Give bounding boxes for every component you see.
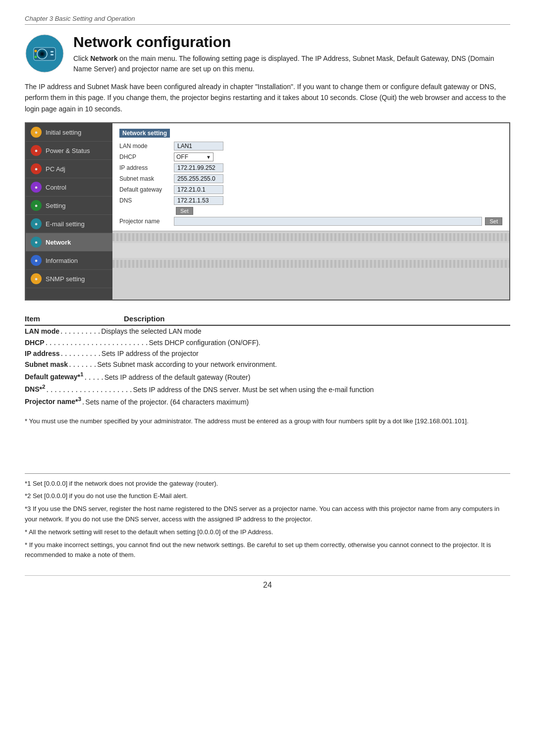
set-button[interactable]: Set — [176, 207, 193, 215]
description-note: * You must use the number specified by y… — [25, 416, 510, 427]
footnote-5: * If you make incorrect settings, you ca… — [25, 540, 510, 561]
title-text: Network configuration Click Network on t… — [73, 34, 510, 74]
sidebar-item-network[interactable]: ● Network — [26, 233, 112, 252]
footnote-section: *1 Set [0.0.0.0] if the network does not… — [25, 473, 510, 561]
email-icon: ● — [31, 218, 42, 229]
svg-point-4 — [41, 52, 44, 55]
table-row: Projector name*3.Sets name of the projec… — [25, 395, 510, 407]
footnote-4: * All the network setting will reset to … — [25, 527, 510, 538]
header-item: Item — [25, 312, 124, 325]
sidebar: ● Initial setting ● Power & Status ● PC … — [26, 123, 112, 300]
sidebar-item-control[interactable]: ● Control — [26, 178, 112, 197]
projector-name-set-button[interactable]: Set — [485, 217, 502, 225]
sidebar-label-information: Information — [46, 257, 78, 264]
lan-mode-label: LAN mode — [119, 143, 174, 150]
ip-address-row: IP address 172.21.99.252 — [119, 163, 502, 172]
table-row: DNS*2.....................Sets IP addres… — [25, 383, 510, 395]
main-content: Network setting LAN mode LAN1 DHCP OFF ▼… — [112, 123, 509, 300]
dns-row: DNS 172.21.1.53 — [119, 196, 502, 205]
default-gateway-row: Default gateway 172.21.0.1 — [119, 185, 502, 194]
dns-label: DNS — [119, 197, 174, 204]
description-table: Item Description LAN mode..........Displ… — [25, 312, 510, 407]
table-row: DHCP.........................Sets DHCP c… — [25, 337, 510, 348]
table-row: IP address..........Sets IP address of t… — [25, 348, 510, 359]
sidebar-label-snmp: SNMP setting — [46, 275, 85, 283]
svg-point-7 — [35, 50, 37, 52]
sidebar-item-pc-adj[interactable]: ● PC Adj — [26, 160, 112, 178]
sidebar-label-power: Power & Status — [46, 147, 90, 154]
network-icon: ● — [31, 237, 42, 248]
sidebar-item-snmp[interactable]: ● SNMP setting — [26, 270, 112, 288]
header-description: Description — [124, 312, 510, 325]
svg-rect-6 — [51, 54, 54, 55]
svg-rect-5 — [51, 51, 54, 52]
svg-point-8 — [35, 56, 37, 58]
page-number: 24 — [25, 575, 510, 590]
sidebar-item-setting[interactable]: ● Setting — [26, 197, 112, 215]
subnet-mask-label: Subnet mask — [119, 175, 174, 182]
title-section: Network configuration Click Network on t… — [25, 34, 510, 74]
pc-adj-icon: ● — [31, 163, 42, 174]
content-area-3 — [112, 270, 509, 300]
sidebar-label-setting: Setting — [46, 202, 65, 209]
sidebar-item-power-status[interactable]: ● Power & Status — [26, 142, 112, 160]
page-title: Network configuration — [73, 34, 510, 50]
gray-stripe-2 — [112, 260, 509, 268]
chapter-header: Chapter 3 Basic Setting and Operation — [25, 15, 510, 25]
projector-name-row: Projector name Set — [119, 217, 502, 226]
dhcp-row: DHCP OFF ▼ — [119, 152, 502, 161]
set-button-row: Set — [119, 207, 502, 215]
setting-icon: ● — [31, 200, 42, 211]
subnet-mask-row: Subnet mask 255.255.255.0 — [119, 174, 502, 183]
information-icon: ● — [31, 255, 42, 266]
subnet-mask-value: 255.255.255.0 — [174, 174, 223, 183]
intro-text: Click Network on the main menu. The foll… — [73, 53, 510, 74]
sidebar-label-initial: Initial setting — [46, 129, 81, 136]
sidebar-item-initial-setting[interactable]: ● Initial setting — [26, 123, 112, 142]
screenshot-panel: ● Initial setting ● Power & Status ● PC … — [25, 122, 510, 301]
chapter-title: Chapter 3 Basic Setting and Operation — [25, 15, 135, 22]
initial-setting-icon: ● — [31, 127, 42, 138]
footnote-1: *1 Set [0.0.0.0] if the network does not… — [25, 479, 510, 489]
footnote-2: *2 Set [0.0.0.0] if you do not use the f… — [25, 491, 510, 502]
projector-icon — [25, 34, 64, 73]
sidebar-label-email: E-mail setting — [46, 220, 85, 228]
content-area-2 — [112, 243, 509, 258]
gray-stripe-1 — [112, 233, 509, 241]
dhcp-dropdown[interactable]: OFF ▼ — [174, 152, 214, 161]
default-gateway-value: 172.21.0.1 — [174, 185, 223, 194]
spacer — [25, 429, 510, 458]
table-row: Default gateway*1.....Sets IP address of… — [25, 370, 510, 383]
table-row: LAN mode..........Displays the selected … — [25, 325, 510, 337]
description-section: Item Description LAN mode..........Displ… — [25, 312, 510, 427]
network-setting-box: Network setting LAN mode LAN1 DHCP OFF ▼… — [112, 123, 509, 231]
sidebar-item-email[interactable]: ● E-mail setting — [26, 215, 112, 233]
power-status-icon: ● — [31, 145, 42, 156]
projector-name-input[interactable] — [174, 217, 482, 226]
table-row: Subnet mask.......Sets Subnet mask accor… — [25, 359, 510, 370]
dns-value: 172.21.1.53 — [174, 196, 223, 205]
snmp-icon: ● — [31, 273, 42, 284]
intro-paragraph: The IP address and Subnet Mask have been… — [25, 81, 510, 114]
sidebar-label-pcadj: PC Adj — [46, 165, 65, 173]
sidebar-label-control: Control — [46, 184, 66, 191]
ip-address-value: 172.21.99.252 — [174, 163, 223, 172]
dhcp-label: DHCP — [119, 153, 174, 160]
default-gateway-label: Default gateway — [119, 186, 174, 193]
ip-address-label: IP address — [119, 164, 174, 171]
sidebar-item-information[interactable]: ● Information — [26, 252, 112, 270]
lan-mode-value: LAN1 — [174, 142, 223, 151]
network-setting-title: Network setting — [119, 129, 170, 138]
sidebar-label-network: Network — [46, 239, 71, 246]
footnote-3: *3 If you use the DNS server, register t… — [25, 504, 510, 525]
projector-name-label: Projector name — [119, 218, 174, 225]
lan-mode-row: LAN mode LAN1 — [119, 142, 502, 151]
control-icon: ● — [31, 182, 42, 193]
